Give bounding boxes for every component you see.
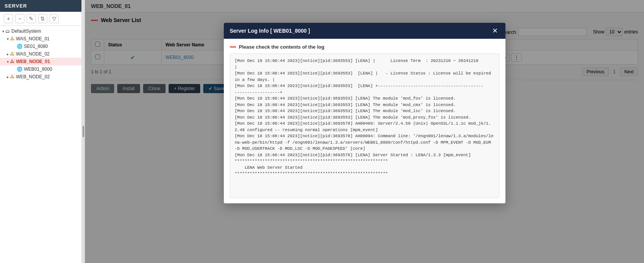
minus-button[interactable]: − [15,14,24,23]
tree-item-web01-8000[interactable]: ▾ 🌐 WEB01_8000 [0,65,81,73]
log-content[interactable]: [Mon Dec 18 15:00:44 2023][notice][pid:3… [230,54,499,198]
arrow-icon: ▾ [2,29,4,33]
tree-item-was-node-01[interactable]: ▾ 🖧 WAS_NODE_01 [0,35,81,43]
arrow-icon: ▾ [7,37,9,41]
tree-label: SE01_8080 [24,44,48,49]
server-icon: 🖧 [10,74,14,79]
modal-subtitle-text: Please check the contents of the log [239,44,325,50]
arrow-icon: ▸ [7,52,9,56]
server-icon: 🖧 [10,59,14,64]
modal-dialog: Server Log Info [ WEB01_8000 ] ✕ Please … [224,23,505,203]
tree-label: WAS_NODE_01 [16,36,49,41]
sidebar-tree: ▾ 🗂 DefaultSystem ▾ 🖧 WAS_NODE_01 ▾ 🌐 SE… [0,26,81,263]
modal-title: Server Log Info [ WEB01_8000 ] [230,28,310,34]
sidebar-toolbar: + − ✎ ⇅ ▽ [0,12,81,26]
tree-label: WEB01_8000 [24,67,52,72]
tree-label: WEB_NODE_02 [16,74,50,79]
modal-body: Please check the contents of the log [Mo… [224,39,505,203]
modal-subtitle: Please check the contents of the log [230,44,499,50]
add-button[interactable]: + [4,14,13,23]
tree-item-was-node-02[interactable]: ▸ 🖧 WAS_NODE_02 [0,50,81,58]
arrow-icon: ▸ [7,75,9,79]
sidebar-header: SERVER [0,0,81,12]
service-icon: 🌐 [17,67,22,72]
main-content: WEB_NODE_01 Web Server List Search Show … [85,0,644,263]
edit-button[interactable]: ✎ [27,14,36,23]
resize-handle-visual [83,126,84,137]
tree-item-web-node-01[interactable]: ▾ 🖧 WEB_NODE_01 [0,58,81,65]
filter-button[interactable]: ▽ [49,14,59,23]
subtitle-bar-icon [230,46,236,48]
folder-icon: 🗂 [5,29,10,34]
upload-button[interactable]: ⇅ [38,14,47,23]
resize-handle[interactable] [82,0,85,263]
modal-overlay: Server Log Info [ WEB01_8000 ] ✕ Please … [85,0,644,263]
server-icon: 🖧 [10,36,14,41]
tree-label: DefaultSystem [11,29,41,34]
service-icon: 🌐 [17,44,22,49]
tree-item-default-system[interactable]: ▾ 🗂 DefaultSystem [0,27,81,35]
tree-item-web-node-02[interactable]: ▸ 🖧 WEB_NODE_02 [0,73,81,81]
modal-header: Server Log Info [ WEB01_8000 ] ✕ [224,23,505,39]
tree-item-se01-8080[interactable]: ▾ 🌐 SE01_8080 [0,43,81,50]
arrow-icon: ▾ [7,60,9,64]
modal-close-button[interactable]: ✕ [491,27,499,34]
server-icon: 🖧 [10,51,14,57]
tree-label: WAS_NODE_02 [16,51,49,57]
tree-label: WEB_NODE_01 [16,59,50,64]
